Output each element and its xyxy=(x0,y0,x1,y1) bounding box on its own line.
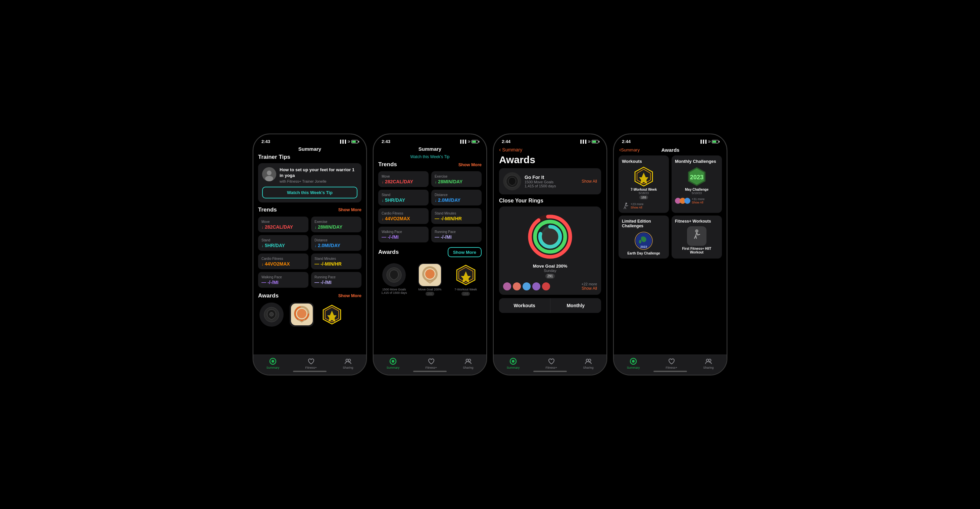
dot-2 xyxy=(513,282,521,290)
close-rings-card: Move Goal 200% Sunday 291 +22 more Sho xyxy=(499,206,601,295)
svg-point-50 xyxy=(632,360,635,362)
workout-more-row: +23 more Show All xyxy=(622,202,665,209)
phones-container: 2:43 ▐▐▐ ⊃ Summary Trainer Tips xyxy=(243,124,737,385)
monthly-badge-date: 5/10/23 xyxy=(692,191,702,195)
phone-3-content: Awards Go For It 1500 Move Goals xyxy=(494,153,606,358)
monthly-show-all[interactable]: Show All xyxy=(692,201,705,204)
phone-2-awards-show-more-btn[interactable]: Show More xyxy=(448,247,482,257)
nav-fitness-4[interactable]: Fitness+ xyxy=(666,357,677,369)
phone-4-home-indicator xyxy=(654,371,687,372)
nav-sharing-2[interactable]: Sharing xyxy=(463,357,473,369)
p2-trend-move: Move ↓ 282CAL/DAY xyxy=(378,171,429,187)
trainer-row: How to set up your feet for warrior 1 in… xyxy=(262,167,358,183)
p2-trend-exercise: Exercise ↓ 28MIN/DAY xyxy=(431,171,482,187)
svg-point-13 xyxy=(346,359,348,362)
phone-4-status-icons: ▐▐▐ ⊃ xyxy=(699,140,719,144)
nav-label-summary-2: Summary xyxy=(387,366,400,369)
phone-2-watch-tip[interactable]: Watch this Week's Tip xyxy=(374,153,486,161)
nav-fitness-3[interactable]: Fitness+ xyxy=(546,357,557,369)
nav-sharing-3[interactable]: Sharing xyxy=(583,357,593,369)
monthly-title: Monthly Challenges xyxy=(675,159,719,164)
trend-move: Move ↓ 282CAL/DAY xyxy=(258,217,309,232)
go-for-it-row: Go For It 1500 Move Goals 1,415 of 1500 … xyxy=(503,172,597,190)
award-badge-2 xyxy=(290,303,314,327)
svg-point-32 xyxy=(541,226,560,249)
svg-text:2023: 2023 xyxy=(690,174,703,180)
nav-summary-1[interactable]: Summary xyxy=(266,357,280,369)
rings-dots-row: +22 more Show All xyxy=(503,282,597,291)
tab-workouts[interactable]: Workouts xyxy=(499,298,550,313)
tab-monthly[interactable]: Monthly xyxy=(550,298,601,313)
svg-point-4 xyxy=(269,312,274,316)
back-text-3[interactable]: Summary xyxy=(502,147,522,152)
trainer-tip-title: How to set up your feet for warrior 1 in… xyxy=(280,167,358,179)
back-text-4[interactable]: Summary xyxy=(621,147,640,152)
award-badge-3 xyxy=(320,303,344,327)
battery-icon xyxy=(352,140,358,144)
monthly-badge-title: May Challenge xyxy=(685,188,708,191)
p2-trend-stand-min: Stand Minutes — -/-MIN/HR xyxy=(431,208,482,224)
workouts-title: Workouts xyxy=(622,159,665,164)
limited-section: Limited Edition Challenges 2023 xyxy=(619,215,669,258)
phone-1-home-indicator xyxy=(293,371,326,372)
back-arrow-3: ‹ xyxy=(499,147,501,153)
phone-1-trends-grid: Move ↓ 282CAL/DAY Exercise ↓ 28MIN/DAY S… xyxy=(258,217,361,288)
p2-badge-3 xyxy=(454,263,477,287)
phone-2: 2:43 ▐▐▐ ⊃ Summary Watch this Week's Tip… xyxy=(373,134,487,375)
hiit-badge-container: First Fitness+ HIIT Workout xyxy=(675,226,719,254)
phone-2-notch xyxy=(410,134,450,146)
workouts-section: Workouts 7-Workout Week 5/18/23 155 xyxy=(619,155,669,213)
phone-1-awards-show-more[interactable]: Show More xyxy=(338,293,361,298)
nav-sharing-1[interactable]: Sharing xyxy=(343,357,353,369)
limited-title: Limited Edition Challenges xyxy=(622,219,665,228)
phone-2-time: 2:43 xyxy=(382,139,390,144)
nav-summary-4[interactable]: Summary xyxy=(627,357,640,369)
phone-2-nav-title: Summary xyxy=(374,145,486,153)
phone-2-screen: 2:43 ▐▐▐ ⊃ Summary Watch this Week's Tip… xyxy=(374,134,486,375)
phone-2-trends-header: Trends Show More xyxy=(378,161,482,168)
wifi-icon: ⊃ xyxy=(347,140,350,144)
trainer-avatar xyxy=(262,167,276,181)
nav-label-fitness-3: Fitness+ xyxy=(546,366,557,369)
phone-4-back: ‹ Summary xyxy=(619,147,640,153)
phone-2-trends-show-more[interactable]: Show More xyxy=(458,162,482,167)
nav-label-sharing-1: Sharing xyxy=(343,366,353,369)
p2-award-1: 1500 Move Goals 1,415 of 1500 days xyxy=(378,263,410,296)
svg-point-24 xyxy=(468,359,471,362)
nav-summary-3[interactable]: Summary xyxy=(507,357,520,369)
rings-show-all[interactable]: Show All xyxy=(582,286,597,291)
phone-2-awards-title: Awards xyxy=(378,249,399,255)
signal-icon-3: ▐▐▐ xyxy=(579,140,586,144)
nav-label-summary-4: Summary xyxy=(627,366,640,369)
battery-icon-3 xyxy=(592,140,598,144)
wifi-icon-2: ⊃ xyxy=(468,140,470,144)
award-item-3 xyxy=(318,303,345,327)
svg-text:2023: 2023 xyxy=(640,245,647,249)
nav-sharing-4[interactable]: Sharing xyxy=(703,357,714,369)
phone-1-trends-show-more[interactable]: Show More xyxy=(338,207,361,212)
workout-show-all[interactable]: Show All xyxy=(631,206,643,209)
svg-point-1 xyxy=(267,171,272,175)
award-badge-1 xyxy=(259,303,283,327)
phone-1-nav-title: Summary xyxy=(253,145,366,154)
svg-point-36 xyxy=(588,359,591,362)
nav-fitness-2[interactable]: Fitness+ xyxy=(426,357,437,369)
nav-fitness-1[interactable]: Fitness+ xyxy=(305,357,317,369)
trainer-text: How to set up your feet for warrior 1 in… xyxy=(280,167,358,183)
nav-label-fitness-2: Fitness+ xyxy=(426,366,437,369)
earth-day-title: Earth Day Challenge xyxy=(627,252,660,255)
p2-trend-stand: Stand ↓ 5HR/DAY xyxy=(378,190,429,206)
watch-btn[interactable]: Watch this Week's Tip xyxy=(262,187,358,198)
phone-1-notch xyxy=(290,134,330,146)
p2-badge-2 xyxy=(418,263,442,287)
trend-exercise: Exercise ↓ 28MIN/DAY xyxy=(311,217,361,232)
phone-3-time: 2:44 xyxy=(502,139,511,144)
go-for-it-show-all[interactable]: Show All xyxy=(582,179,597,183)
trend-stand-min: Stand Minutes — -/-MIN/HR xyxy=(311,254,361,269)
go-for-it-sub1: 1500 Move Goals xyxy=(525,180,578,184)
go-for-it-card: Go For It 1500 Move Goals 1,415 of 1500 … xyxy=(499,168,601,195)
phone-1-time: 2:43 xyxy=(261,139,270,144)
phone-2-awards-show-more-label: Show More xyxy=(453,250,476,255)
nav-summary-2[interactable]: Summary xyxy=(387,357,400,369)
rings-badge-title: Move Goal 200% xyxy=(503,263,597,269)
